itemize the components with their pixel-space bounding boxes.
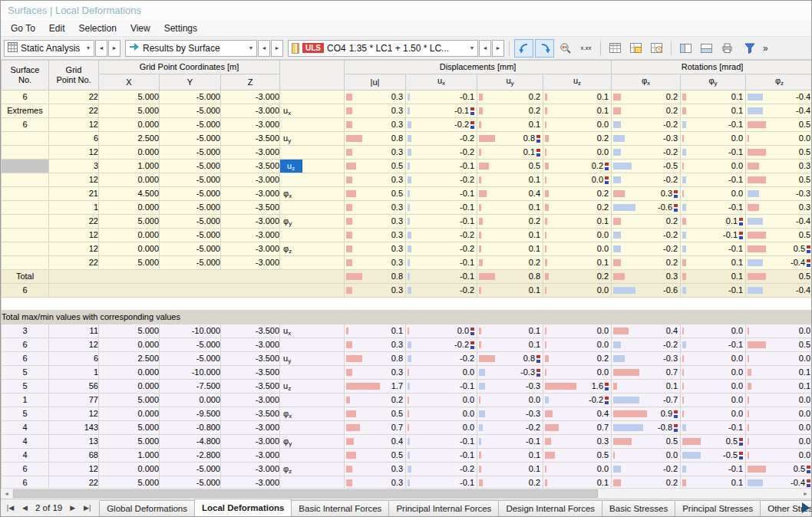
cell-surface-no[interactable]: 6 [2,118,49,132]
cell-grid-point-no[interactable]: 13 [49,435,99,449]
cell-coordinate-z[interactable]: -3.000 [221,449,280,463]
cell-coordinate-x[interactable]: 0.000 [99,229,160,242]
cell-component[interactable]: φy [280,215,345,229]
cell-surface-no[interactable] [2,242,49,256]
last-table-button[interactable]: ▶| [80,501,94,515]
cell-component[interactable] [280,256,345,270]
first-table-button[interactable]: |◀ [3,501,18,515]
cell-coordinate-x[interactable]: 0.000 [99,338,160,352]
cell-phi-z[interactable]: 0.1 [746,380,811,394]
cell-phi-y[interactable]: 0.5 [681,435,746,449]
cell-ux[interactable]: -0.2 [406,229,477,242]
cell-coordinate-z[interactable]: -3.000 [221,463,280,476]
cell-coordinate-x[interactable]: 1.000 [99,449,160,463]
cell-grid-point-no[interactable]: 12 [49,338,99,352]
cell-ux[interactable]: -0.1 [406,160,477,173]
cell-coordinate-z[interactable]: -3.000 [221,435,280,449]
cell-grid-point-no[interactable]: 12 [49,118,99,132]
cell-coordinate-y[interactable]: -5.000 [160,338,221,352]
cell-coordinate-x[interactable]: 2.500 [99,352,160,366]
cell-coordinate-z[interactable]: -3.000 [221,394,280,407]
cell-uy[interactable]: 0.1 [477,324,543,338]
cell-coordinate-z[interactable]: -3.000 [221,242,280,256]
cell-phi-x[interactable]: -0.8 [612,421,681,435]
cell-uz[interactable]: 0.0 [543,242,612,256]
cell-uz[interactable]: 0.2 [543,132,612,146]
cell-coordinate-x[interactable]: 4.500 [99,187,160,201]
cell-ux[interactable]: -0.2 [406,284,477,298]
cell-component[interactable]: φx [280,407,345,421]
cell-ux[interactable]: -0.1 [406,104,477,118]
cell-coordinate-x[interactable]: 5.000 [99,256,160,270]
cell-phi-y[interactable]: 0.1 [681,256,746,270]
scroll-left-arrow[interactable]: ◄ [1,489,12,499]
horizontal-scrollbar[interactable]: ◄ ► [1,488,811,499]
cell-coordinate-y[interactable]: -5.000 [160,146,221,160]
cell-grid-point-no[interactable]: 68 [49,449,99,463]
cell-u-abs[interactable]: 0.3 [345,366,406,380]
cell-uy[interactable]: -0.1 [477,435,543,449]
cell-phi-x[interactable]: -0.6 [612,201,681,215]
show-next-result-button[interactable] [535,39,554,58]
cell-surface-no[interactable] [2,201,49,215]
cell-surface-no[interactable] [2,187,49,201]
cell-phi-y[interactable]: 0.0 [681,407,746,421]
menu-edit[interactable]: Edit [42,21,72,35]
cell-grid-point-no[interactable]: 6 [49,352,99,366]
cell-coordinate-z[interactable]: -3.000 [221,104,280,118]
cell-ux[interactable]: -0.1 [406,435,477,449]
cell-coordinate-z[interactable]: -3.000 [221,146,280,160]
cell-coordinate-z[interactable]: -3.500 [221,407,280,421]
cell-uy[interactable]: 0.1 [477,463,543,476]
cell-phi-y[interactable]: 0.0 [681,160,746,173]
cell-phi-y[interactable]: -0.5 [681,449,746,463]
cell-phi-z[interactable]: -0.4 [746,91,811,104]
cell-component[interactable] [280,91,345,104]
cell-coordinate-x[interactable]: 0.000 [99,463,160,476]
cell-uz[interactable]: 0.2 [543,160,612,173]
cell-uz[interactable]: 0.2 [543,270,612,284]
cell-u-abs[interactable]: 0.3 [345,256,406,270]
tab-local-deformations[interactable]: Local Deformations [194,499,292,516]
cell-phi-z[interactable]: 0.5 [746,270,811,284]
cell-uy[interactable]: 0.8 [477,352,543,366]
cell-u-abs[interactable]: 0.8 [345,352,406,366]
cell-surface-no[interactable]: 5 [2,407,49,421]
cell-surface-no[interactable] [2,146,49,160]
cell-u-abs[interactable]: 0.3 [345,463,406,476]
cell-phi-z[interactable]: 0.5 [746,173,811,187]
cell-phi-x[interactable]: 0.3 [612,270,681,284]
cell-grid-point-no[interactable]: 12 [49,173,99,187]
cell-component[interactable] [280,146,345,160]
cell-coordinate-x[interactable]: 5.000 [99,91,160,104]
cell-uz[interactable]: 0.0 [543,229,612,242]
cell-u-abs[interactable]: 0.3 [345,242,406,256]
cell-surface-no[interactable]: Extremes [2,104,49,118]
cell-coordinate-y[interactable]: -5.000 [160,173,221,187]
cell-u-abs[interactable]: 0.3 [345,229,406,242]
combination-prev-button[interactable]: ◄ [479,40,491,57]
cell-phi-z[interactable]: 0.0 [746,394,811,407]
selected-component-label[interactable]: uz [280,160,302,173]
cell-uy[interactable]: 0.1 [477,229,543,242]
cell-phi-x[interactable]: -0.2 [612,173,681,187]
toolbar-overflow-chevron[interactable]: » [761,43,771,54]
cell-surface-no[interactable]: 4 [2,449,49,463]
cell-u-abs[interactable]: 0.5 [345,449,406,463]
cell-phi-z[interactable]: 0.0 [746,132,811,146]
cell-phi-x[interactable]: 0.5 [612,435,681,449]
cell-surface-no[interactable]: 1 [2,394,49,407]
cell-grid-point-no[interactable]: 12 [49,463,99,476]
cell-uy[interactable]: -0.3 [477,407,543,421]
cell-u-abs[interactable]: 0.3 [345,201,406,215]
cell-u-abs[interactable]: 0.3 [345,284,406,298]
component-label[interactable]: φy [280,435,295,448]
cell-phi-y[interactable]: 0.1 [681,476,746,489]
results-prev-button[interactable]: ◄ [258,40,270,57]
cell-uz[interactable]: 0.0 [543,324,612,338]
cell-coordinate-x[interactable]: 1.000 [99,160,160,173]
cell-uy[interactable]: 0.5 [477,160,543,173]
cell-phi-z[interactable]: -0.4 [746,284,811,298]
cell-uz[interactable]: 0.2 [543,201,612,215]
cell-coordinate-y[interactable]: 0.000 [160,394,221,407]
